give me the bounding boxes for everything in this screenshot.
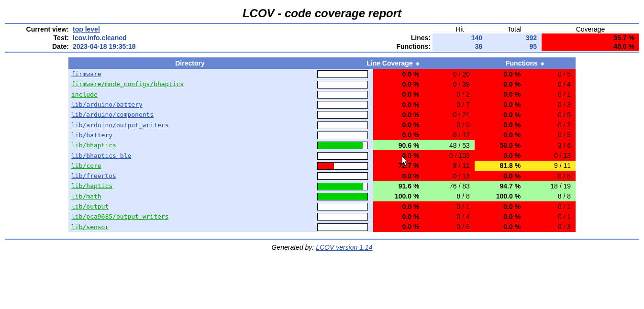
line-frac: 0 / 12 bbox=[424, 130, 474, 140]
lines-hit: 140 bbox=[433, 33, 487, 42]
func-frac: 0 / 1 bbox=[525, 201, 576, 211]
directory-link[interactable]: lib/pca9685/output_writers bbox=[71, 213, 169, 220]
divider bbox=[5, 239, 639, 240]
lines-label: Lines: bbox=[393, 33, 433, 42]
col-coverage: Coverage bbox=[542, 25, 639, 33]
directory-link[interactable]: lib/math bbox=[71, 193, 101, 200]
directory-link[interactable]: lib/arduino/components bbox=[71, 111, 154, 118]
func-pct: 0.0 % bbox=[475, 79, 525, 89]
func-frac: 0 / 1 bbox=[525, 89, 576, 99]
table-row: lib/arduino/components0.0 %0 / 210.0 %0 … bbox=[68, 110, 576, 120]
line-frac: 0 / 9 bbox=[424, 120, 474, 130]
func-frac: 0 / 2 bbox=[525, 120, 576, 130]
line-frac: 0 / 6 bbox=[424, 221, 474, 232]
functions-coverage: 40.0 % bbox=[542, 42, 639, 51]
line-pct: 100.0 % bbox=[373, 191, 424, 201]
coverage-bar bbox=[311, 191, 373, 201]
func-pct: 0.0 % bbox=[475, 201, 525, 211]
directory-link[interactable]: lib/bhaptics bbox=[71, 142, 116, 149]
directory-link[interactable]: firmware/mode_configs/bhaptics bbox=[71, 80, 184, 88]
func-frac: 0 / 3 bbox=[525, 99, 576, 110]
footer: Generated by: LCOV version 1.14 bbox=[5, 241, 639, 254]
line-pct: 0.0 % bbox=[373, 120, 424, 130]
func-frac: 3 / 6 bbox=[525, 140, 576, 150]
func-frac: 0 / 1 bbox=[525, 211, 576, 221]
coverage-table: Directory Line Coverage ◆ Functions ◆ fi… bbox=[68, 57, 576, 232]
coverage-bar bbox=[311, 110, 373, 120]
func-pct: 0.0 % bbox=[475, 221, 525, 232]
func-frac: 0 / 4 bbox=[525, 79, 576, 89]
func-pct: 0.0 % bbox=[475, 120, 525, 130]
directory-link[interactable]: lib/freertos bbox=[71, 172, 116, 179]
func-pct: 100.0 % bbox=[475, 191, 525, 201]
table-row: lib/haptics91.6 %76 / 8394.7 %18 / 19 bbox=[68, 181, 576, 191]
directory-link[interactable]: lib/arduino/output_writers bbox=[71, 121, 169, 129]
divider bbox=[5, 23, 639, 24]
col-hit: Hit bbox=[433, 25, 487, 33]
func-pct: 0.0 % bbox=[475, 211, 525, 221]
th-functions[interactable]: Functions ◆ bbox=[475, 57, 576, 69]
line-frac: 0 / 13 bbox=[424, 171, 474, 181]
func-pct: 0.0 % bbox=[475, 150, 525, 160]
directory-link[interactable]: lib/sensor bbox=[71, 223, 109, 231]
line-pct: 72.7 % bbox=[373, 161, 424, 171]
coverage-bar bbox=[311, 161, 373, 171]
coverage-bar bbox=[311, 150, 373, 160]
line-frac: 0 / 103 bbox=[424, 150, 474, 160]
th-line-coverage[interactable]: Line Coverage ◆ bbox=[311, 57, 475, 69]
coverage-bar bbox=[311, 79, 373, 89]
coverage-bar bbox=[311, 221, 373, 232]
func-pct: 0.0 % bbox=[475, 99, 525, 110]
line-frac: 0 / 1 bbox=[424, 201, 474, 211]
line-pct: 0.0 % bbox=[373, 99, 424, 110]
current-view-value[interactable]: top level bbox=[71, 25, 140, 33]
directory-link[interactable]: include bbox=[71, 91, 98, 98]
directory-link[interactable]: lib/core bbox=[71, 162, 101, 169]
func-pct: 0.0 % bbox=[475, 110, 525, 120]
table-row: lib/pca9685/output_writers0.0 %0 / 40.0 … bbox=[68, 211, 576, 221]
divider bbox=[5, 52, 639, 53]
line-pct: 0.0 % bbox=[373, 221, 424, 232]
lines-coverage: 35.7 % bbox=[542, 33, 639, 42]
directory-link[interactable]: lib/output bbox=[71, 203, 109, 210]
table-row: lib/output0.0 %0 / 10.0 %0 / 1 bbox=[68, 201, 576, 211]
coverage-bar bbox=[311, 201, 373, 211]
directory-link[interactable]: firmware bbox=[71, 70, 101, 77]
summary-table: Current view: top level Hit Total Covera… bbox=[5, 25, 639, 51]
th-directory[interactable]: Directory bbox=[68, 57, 311, 69]
table-row: firmware0.0 %0 / 200.0 %0 / 5 bbox=[68, 69, 576, 79]
directory-link[interactable]: lib/battery bbox=[71, 132, 112, 139]
directory-link[interactable]: lib/arduino/battery bbox=[71, 101, 143, 108]
test-value: lcov.info.cleaned bbox=[71, 33, 140, 42]
table-row: lib/freertos0.0 %0 / 130.0 %0 / 8 bbox=[68, 171, 576, 181]
func-frac: 18 / 19 bbox=[525, 181, 576, 191]
coverage-bar bbox=[311, 181, 373, 191]
func-pct: 0.0 % bbox=[475, 69, 525, 79]
functions-total: 95 bbox=[487, 42, 542, 51]
table-row: include0.0 %0 / 20.0 %0 / 1 bbox=[68, 89, 576, 99]
func-pct: 0.0 % bbox=[475, 89, 525, 99]
table-row: lib/battery0.0 %0 / 120.0 %0 / 5 bbox=[68, 130, 576, 140]
sort-icon: ◆ bbox=[416, 61, 420, 66]
coverage-bar bbox=[311, 140, 373, 150]
func-frac: 0 / 13 bbox=[525, 150, 576, 160]
directory-link[interactable]: lib/haptics bbox=[71, 182, 112, 189]
line-pct: 0.0 % bbox=[373, 201, 424, 211]
line-pct: 0.0 % bbox=[373, 211, 424, 221]
func-pct: 81.8 % bbox=[475, 161, 525, 171]
func-frac: 0 / 5 bbox=[525, 130, 576, 140]
func-pct: 50.0 % bbox=[475, 140, 525, 150]
line-frac: 48 / 53 bbox=[424, 140, 474, 150]
line-frac: 8 / 8 bbox=[424, 191, 474, 201]
func-frac: 9 / 11 bbox=[525, 161, 576, 171]
func-frac: 0 / 5 bbox=[525, 69, 576, 79]
line-pct: 0.0 % bbox=[373, 130, 424, 140]
line-pct: 0.0 % bbox=[373, 89, 424, 99]
test-label: Test: bbox=[5, 33, 71, 42]
directory-link[interactable]: lib/bhaptics_ble bbox=[71, 152, 131, 159]
lcov-link[interactable]: LCOV version 1.14 bbox=[316, 243, 372, 251]
coverage-bar bbox=[311, 99, 373, 110]
coverage-bar bbox=[311, 120, 373, 130]
functions-hit: 38 bbox=[433, 42, 487, 51]
line-frac: 76 / 83 bbox=[424, 181, 474, 191]
